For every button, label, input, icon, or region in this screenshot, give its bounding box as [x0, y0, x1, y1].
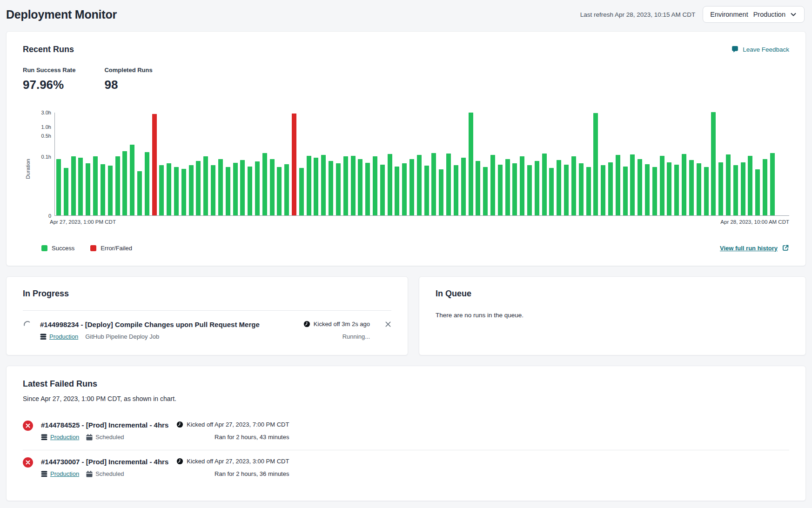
run-bar-success[interactable] [299, 168, 304, 215]
run-bar-success[interactable] [409, 159, 414, 215]
run-bar-success[interactable] [770, 153, 775, 215]
run-bar-success[interactable] [137, 171, 142, 215]
run-bar-success[interactable] [226, 167, 230, 215]
run-bar-success[interactable] [483, 167, 488, 215]
run-bar-success[interactable] [549, 168, 554, 215]
run-bar-success[interactable] [270, 159, 275, 215]
run-bar-success[interactable] [240, 160, 245, 215]
run-bar-success[interactable] [638, 159, 642, 215]
run-bar-success[interactable] [623, 167, 628, 215]
run-bar-success[interactable] [108, 166, 113, 215]
run-bar-success[interactable] [203, 156, 208, 215]
run-bar-success[interactable] [284, 164, 289, 215]
run-bar-success[interactable] [71, 156, 76, 215]
run-bar-success[interactable] [86, 163, 90, 215]
run-bar-success[interactable] [211, 165, 215, 215]
run-bar-success[interactable] [697, 163, 701, 215]
run-bar-success[interactable] [380, 165, 385, 215]
run-bar-success[interactable] [181, 169, 186, 215]
run-bar-success[interactable] [454, 165, 458, 215]
run-bar-success[interactable] [741, 162, 745, 215]
run-bar-success[interactable] [424, 166, 429, 215]
run-bar-failed[interactable] [292, 114, 296, 215]
run-bar-success[interactable] [461, 158, 466, 215]
run-bar-success[interactable] [601, 165, 605, 215]
run-bar-success[interactable] [733, 165, 738, 215]
close-icon[interactable] [385, 321, 391, 329]
run-bar-success[interactable] [321, 155, 326, 215]
run-bar-success[interactable] [167, 163, 171, 215]
run-bar-success[interactable] [726, 154, 731, 215]
run-bar-success[interactable] [343, 156, 348, 215]
run-bar-success[interactable] [718, 162, 723, 215]
run-bar-success[interactable] [469, 113, 473, 215]
run-bar-success[interactable] [314, 158, 318, 215]
leave-feedback-link[interactable]: Leave Feedback [731, 46, 789, 53]
run-bar-success[interactable] [64, 168, 68, 215]
run-bar-success[interactable] [498, 165, 503, 215]
run-bar-success[interactable] [277, 167, 282, 215]
run-bar-success[interactable] [586, 167, 591, 215]
run-bar-success[interactable] [616, 155, 620, 215]
run-bar-success[interactable] [446, 154, 451, 215]
run-bar-success[interactable] [645, 164, 650, 215]
run-bar-success[interactable] [755, 169, 760, 215]
run-bar-success[interactable] [373, 156, 377, 215]
run-bar-success[interactable] [557, 160, 561, 215]
run-bar-success[interactable] [351, 156, 356, 215]
run-bar-success[interactable] [101, 164, 105, 215]
run-bar-success[interactable] [660, 156, 664, 215]
run-bar-success[interactable] [571, 156, 576, 215]
run-bar-success[interactable] [542, 154, 547, 215]
run-bar-success[interactable] [520, 156, 524, 215]
run-bar-success[interactable] [196, 161, 201, 215]
run-bar-success[interactable] [593, 113, 598, 215]
run-bar-success[interactable] [527, 165, 532, 215]
run-bar-success[interactable] [505, 159, 510, 215]
run-bar-success[interactable] [490, 155, 495, 215]
run-bar-success[interactable] [535, 161, 539, 215]
environment-link[interactable]: Production [41, 434, 79, 441]
run-bar-success[interactable] [307, 156, 311, 215]
run-bar-success[interactable] [336, 163, 341, 215]
run-bar-success[interactable] [189, 165, 194, 215]
run-bar-success[interactable] [56, 159, 61, 215]
run-bar-success[interactable] [255, 161, 260, 215]
run-bar-success[interactable] [262, 153, 267, 215]
run-bar-success[interactable] [417, 155, 422, 215]
view-full-run-history-link[interactable]: View full run history [720, 244, 789, 252]
run-bar-success[interactable] [763, 159, 767, 215]
environment-link[interactable]: Production [40, 333, 78, 340]
run-bar-success[interactable] [358, 159, 362, 215]
run-bar-success[interactable] [431, 153, 436, 215]
run-bar-success[interactable] [652, 167, 657, 215]
run-bar-success[interactable] [689, 160, 694, 215]
run-bar-success[interactable] [630, 154, 635, 215]
run-bar-success[interactable] [667, 162, 671, 215]
run-bar-success[interactable] [218, 159, 223, 215]
environment-dropdown[interactable]: Environment Production [703, 6, 805, 23]
run-bar-failed[interactable] [152, 114, 157, 215]
run-bar-success[interactable] [233, 163, 238, 215]
run-bar-success[interactable] [159, 165, 164, 215]
run-bar-success[interactable] [329, 161, 333, 215]
run-bar-success[interactable] [674, 165, 679, 215]
run-bar-success[interactable] [402, 163, 407, 215]
run-bar-success[interactable] [78, 158, 83, 215]
run-bar-success[interactable] [130, 145, 134, 215]
run-bar-success[interactable] [93, 156, 98, 215]
run-bar-success[interactable] [682, 154, 686, 215]
run-bar-success[interactable] [748, 156, 752, 215]
run-bar-success[interactable] [115, 156, 120, 215]
run-bar-success[interactable] [439, 169, 443, 215]
run-bar-success[interactable] [388, 154, 392, 215]
run-bar-success[interactable] [395, 167, 399, 215]
run-bar-success[interactable] [248, 167, 252, 215]
run-bar-success[interactable] [145, 152, 149, 215]
run-bar-success[interactable] [476, 161, 480, 215]
run-bar-success[interactable] [365, 163, 370, 215]
run-bar-success[interactable] [512, 163, 517, 215]
run-bar-success[interactable] [704, 167, 709, 215]
run-bar-success[interactable] [122, 151, 127, 215]
environment-link[interactable]: Production [41, 470, 79, 477]
